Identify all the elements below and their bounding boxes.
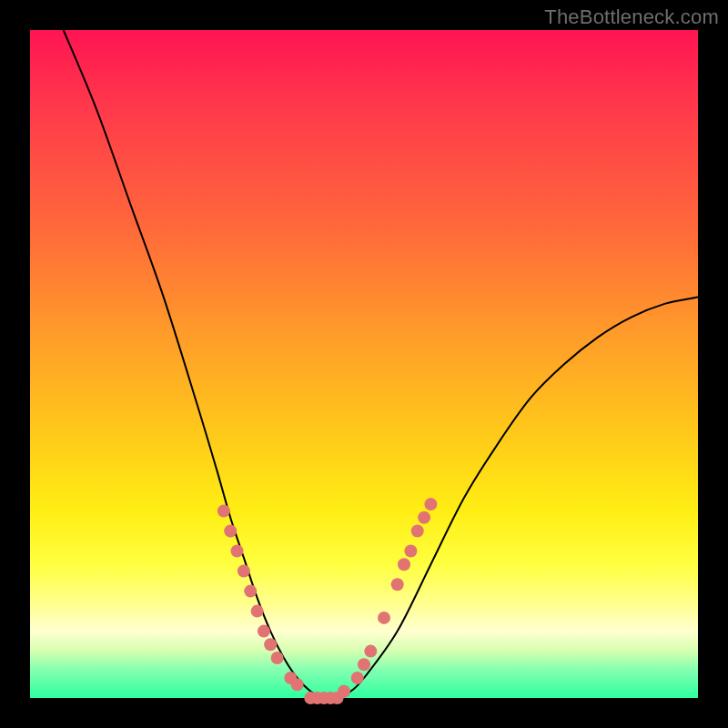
- marker-dot: [231, 545, 244, 558]
- marker-dot: [244, 585, 257, 598]
- marker-dot: [378, 612, 390, 624]
- marker-dot: [364, 645, 377, 658]
- marker-dot: [404, 545, 417, 558]
- marker-dot: [398, 558, 410, 571]
- marker-dot: [358, 658, 370, 671]
- marker-dot: [271, 652, 284, 664]
- marker-dot: [251, 605, 264, 618]
- marker-dots: [217, 498, 438, 704]
- watermark-text: TheBottleneck.com: [544, 5, 719, 29]
- plot-area: [30, 30, 698, 698]
- marker-dot: [411, 525, 424, 538]
- marker-dot: [264, 638, 277, 651]
- marker-dot: [258, 625, 270, 638]
- marker-dot: [217, 505, 230, 518]
- marker-dot: [424, 498, 437, 511]
- marker-dot: [291, 678, 304, 691]
- marker-dot: [338, 685, 350, 698]
- marker-dot: [224, 525, 237, 538]
- marker-dot: [238, 565, 250, 578]
- curve-layer: [30, 30, 698, 698]
- bottleneck-curve: [64, 30, 698, 699]
- marker-dot: [351, 672, 364, 684]
- chart-frame: TheBottleneck.com: [0, 0, 728, 728]
- marker-dot: [391, 578, 404, 591]
- marker-dot: [418, 511, 430, 524]
